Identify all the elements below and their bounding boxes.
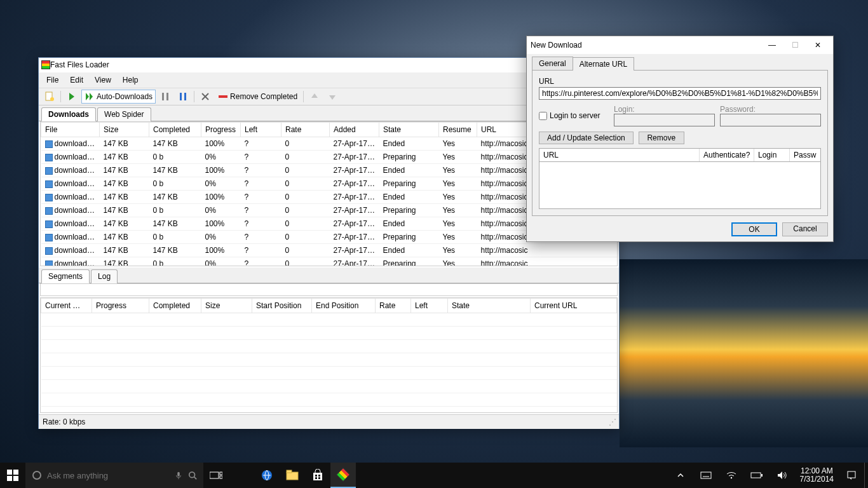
notifications-icon[interactable] xyxy=(839,463,864,488)
taskbar-explorer[interactable] xyxy=(280,463,305,488)
table-row[interactable] xyxy=(41,327,617,340)
table-row[interactable] xyxy=(41,313,617,327)
task-view-button[interactable] xyxy=(203,463,229,488)
col-left[interactable]: Left xyxy=(241,123,281,137)
tab-log[interactable]: Log xyxy=(91,269,118,283)
move-up-button[interactable] xyxy=(306,90,323,104)
col-resume[interactable]: Resume xyxy=(439,123,477,137)
dialog-title-bar[interactable]: New Download — ☐ ✕ xyxy=(527,36,833,54)
url-label: URL xyxy=(539,77,821,86)
tab-web-spider[interactable]: Web Spider xyxy=(97,107,151,121)
cancel-button[interactable]: Cancel xyxy=(782,222,828,236)
tab-downloads[interactable]: Downloads xyxy=(41,107,96,121)
svg-rect-34 xyxy=(701,472,711,478)
svg-rect-25 xyxy=(220,476,222,478)
taskbar-clock[interactable]: 12:00 AM 7/31/2014 xyxy=(795,467,839,484)
auto-downloads-button[interactable]: Auto-Downloads xyxy=(81,90,156,104)
url-input[interactable] xyxy=(539,87,821,100)
col-file[interactable]: File xyxy=(41,123,100,137)
new-download-button[interactable] xyxy=(41,90,58,104)
col-completed[interactable]: Completed xyxy=(149,123,201,137)
svg-rect-16 xyxy=(7,476,12,481)
svg-rect-32 xyxy=(315,477,317,479)
seg-col[interactable]: State xyxy=(448,299,531,313)
search-input[interactable] xyxy=(47,471,169,480)
remove-button[interactable]: Remove xyxy=(639,132,684,144)
search-box[interactable] xyxy=(25,463,203,488)
login-to-server-checkbox[interactable]: Login to server xyxy=(539,111,609,120)
tab-segments[interactable]: Segments xyxy=(41,269,90,283)
minimize-button[interactable]: — xyxy=(761,37,783,53)
seg-col[interactable]: Progress xyxy=(92,299,149,313)
tab-alternate-url[interactable]: Alternate URL xyxy=(573,57,634,71)
volume-icon[interactable] xyxy=(770,463,795,488)
search-icon[interactable] xyxy=(188,471,197,480)
start-button[interactable] xyxy=(0,463,25,488)
battery-icon[interactable] xyxy=(744,463,770,488)
tray-overflow-icon[interactable] xyxy=(668,463,693,488)
keyboard-icon[interactable] xyxy=(693,463,719,488)
table-row[interactable] xyxy=(41,380,617,393)
delete-button[interactable] xyxy=(197,90,214,104)
menu-edit[interactable]: Edit xyxy=(65,74,88,86)
maximize-button[interactable]: ☐ xyxy=(783,37,806,53)
table-row[interactable] xyxy=(41,340,617,353)
table-row[interactable] xyxy=(41,367,617,380)
taskbar-ie[interactable] xyxy=(254,463,280,488)
separator xyxy=(303,91,304,102)
col-password[interactable]: Passw xyxy=(790,149,820,161)
segments-table[interactable]: Current …ProgressCompletedSizeStart Posi… xyxy=(40,297,618,413)
table-row[interactable]: download-sh…147 KB147 KB100%?027-Apr-17 … xyxy=(41,244,617,257)
seg-col[interactable]: Start Position xyxy=(252,299,312,313)
svg-rect-27 xyxy=(287,472,298,480)
file-icon xyxy=(45,234,53,241)
menu-help[interactable]: Help xyxy=(118,74,144,86)
svg-rect-38 xyxy=(761,474,763,477)
seg-col[interactable]: Left xyxy=(411,299,448,313)
login-checkbox-input[interactable] xyxy=(539,112,547,120)
wifi-icon[interactable] xyxy=(719,463,744,488)
seg-col[interactable]: Size xyxy=(201,299,252,313)
col-authenticate[interactable]: Authenticate? xyxy=(700,149,754,161)
col-login[interactable]: Login xyxy=(754,149,790,161)
menu-file[interactable]: File xyxy=(41,74,64,86)
ok-button[interactable]: OK xyxy=(731,222,777,236)
col-rate[interactable]: Rate xyxy=(281,123,330,137)
col-state[interactable]: State xyxy=(379,123,439,137)
play-button[interactable] xyxy=(64,90,80,104)
resize-grip[interactable]: ⋰ xyxy=(609,417,615,426)
pause-button[interactable] xyxy=(157,90,173,104)
taskbar[interactable]: 12:00 AM 7/31/2014 xyxy=(0,463,868,488)
col-added[interactable]: Added xyxy=(330,123,379,137)
svg-rect-15 xyxy=(13,470,18,475)
table-row[interactable] xyxy=(41,353,617,367)
add-update-button[interactable]: Add / Update Selection xyxy=(539,132,634,144)
menu-view[interactable]: View xyxy=(90,74,116,86)
close-button[interactable]: ✕ xyxy=(806,37,829,53)
svg-rect-14 xyxy=(7,470,12,475)
auto-downloads-label: Auto-Downloads xyxy=(97,92,153,101)
seg-col[interactable]: Rate xyxy=(376,299,411,313)
seg-col[interactable]: End Position xyxy=(312,299,376,313)
table-row[interactable] xyxy=(41,393,617,407)
show-desktop-button[interactable] xyxy=(864,463,868,488)
url-list-body[interactable] xyxy=(539,162,821,209)
microphone-icon[interactable] xyxy=(174,471,183,480)
move-down-button[interactable] xyxy=(324,90,341,104)
col-url[interactable]: URL xyxy=(539,149,700,161)
col-size[interactable]: Size xyxy=(100,123,149,137)
remove-completed-button[interactable]: Remove Completed xyxy=(215,90,301,104)
svg-rect-11 xyxy=(219,95,227,98)
seg-col[interactable]: Current … xyxy=(41,299,92,313)
taskbar-app-active[interactable] xyxy=(330,463,356,488)
table-row[interactable] xyxy=(41,407,617,414)
taskbar-store[interactable] xyxy=(305,463,330,488)
tab-general[interactable]: General xyxy=(532,57,573,70)
pause-all-button[interactable] xyxy=(175,90,191,104)
col-progress[interactable]: Progress xyxy=(201,123,241,137)
file-icon xyxy=(45,140,53,148)
table-row[interactable]: download-sh…147 KB0 b0%?027-Apr-17 …Prep… xyxy=(41,257,617,267)
seg-col[interactable]: Current URL xyxy=(531,299,617,313)
seg-col[interactable]: Completed xyxy=(149,299,201,313)
url-list-header[interactable]: URL Authenticate? Login Passw xyxy=(539,148,821,162)
